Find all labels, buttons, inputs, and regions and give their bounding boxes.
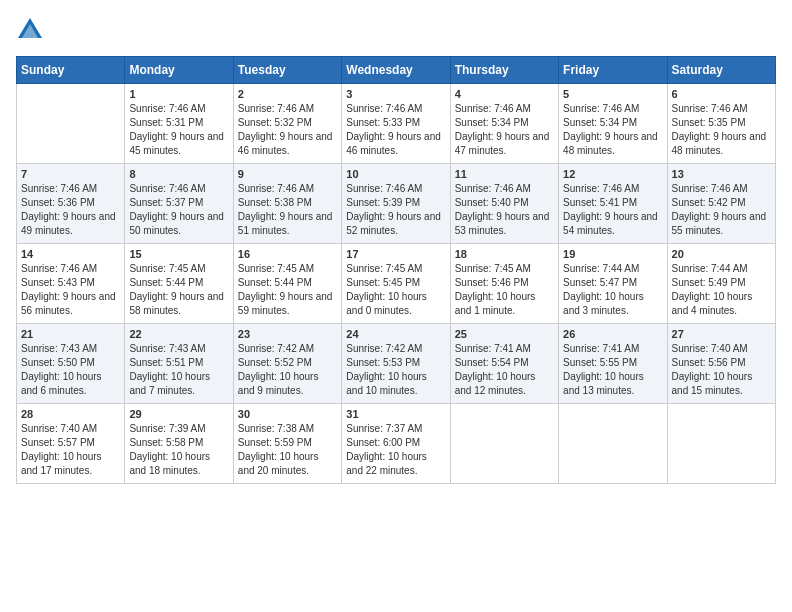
day-info: Sunrise: 7:46 AMSunset: 5:39 PMDaylight:… [346, 182, 445, 238]
day-info: Sunrise: 7:46 AMSunset: 5:40 PMDaylight:… [455, 182, 554, 238]
day-cell [17, 84, 125, 164]
day-number: 18 [455, 248, 554, 260]
day-number: 12 [563, 168, 662, 180]
day-cell: 1Sunrise: 7:46 AMSunset: 5:31 PMDaylight… [125, 84, 233, 164]
day-info: Sunrise: 7:46 AMSunset: 5:43 PMDaylight:… [21, 262, 120, 318]
header-cell-tuesday: Tuesday [233, 57, 341, 84]
header-cell-monday: Monday [125, 57, 233, 84]
day-cell: 23Sunrise: 7:42 AMSunset: 5:52 PMDayligh… [233, 324, 341, 404]
day-cell: 26Sunrise: 7:41 AMSunset: 5:55 PMDayligh… [559, 324, 667, 404]
logo [16, 16, 48, 44]
day-cell: 9Sunrise: 7:46 AMSunset: 5:38 PMDaylight… [233, 164, 341, 244]
day-info: Sunrise: 7:40 AMSunset: 5:57 PMDaylight:… [21, 422, 120, 478]
day-cell: 2Sunrise: 7:46 AMSunset: 5:32 PMDaylight… [233, 84, 341, 164]
day-info: Sunrise: 7:46 AMSunset: 5:34 PMDaylight:… [563, 102, 662, 158]
day-info: Sunrise: 7:42 AMSunset: 5:52 PMDaylight:… [238, 342, 337, 398]
day-info: Sunrise: 7:46 AMSunset: 5:31 PMDaylight:… [129, 102, 228, 158]
day-cell: 29Sunrise: 7:39 AMSunset: 5:58 PMDayligh… [125, 404, 233, 484]
header-cell-friday: Friday [559, 57, 667, 84]
day-info: Sunrise: 7:46 AMSunset: 5:33 PMDaylight:… [346, 102, 445, 158]
day-number: 30 [238, 408, 337, 420]
day-cell: 17Sunrise: 7:45 AMSunset: 5:45 PMDayligh… [342, 244, 450, 324]
day-cell: 10Sunrise: 7:46 AMSunset: 5:39 PMDayligh… [342, 164, 450, 244]
day-number: 23 [238, 328, 337, 340]
week-row-1: 7Sunrise: 7:46 AMSunset: 5:36 PMDaylight… [17, 164, 776, 244]
header-cell-wednesday: Wednesday [342, 57, 450, 84]
day-info: Sunrise: 7:37 AMSunset: 6:00 PMDaylight:… [346, 422, 445, 478]
day-number: 5 [563, 88, 662, 100]
day-info: Sunrise: 7:40 AMSunset: 5:56 PMDaylight:… [672, 342, 771, 398]
day-number: 7 [21, 168, 120, 180]
day-cell: 11Sunrise: 7:46 AMSunset: 5:40 PMDayligh… [450, 164, 558, 244]
day-number: 22 [129, 328, 228, 340]
day-cell: 14Sunrise: 7:46 AMSunset: 5:43 PMDayligh… [17, 244, 125, 324]
day-info: Sunrise: 7:46 AMSunset: 5:38 PMDaylight:… [238, 182, 337, 238]
day-info: Sunrise: 7:45 AMSunset: 5:45 PMDaylight:… [346, 262, 445, 318]
day-number: 27 [672, 328, 771, 340]
day-number: 24 [346, 328, 445, 340]
day-number: 10 [346, 168, 445, 180]
day-cell: 5Sunrise: 7:46 AMSunset: 5:34 PMDaylight… [559, 84, 667, 164]
day-info: Sunrise: 7:39 AMSunset: 5:58 PMDaylight:… [129, 422, 228, 478]
day-info: Sunrise: 7:45 AMSunset: 5:44 PMDaylight:… [129, 262, 228, 318]
day-number: 11 [455, 168, 554, 180]
day-info: Sunrise: 7:44 AMSunset: 5:49 PMDaylight:… [672, 262, 771, 318]
day-info: Sunrise: 7:45 AMSunset: 5:44 PMDaylight:… [238, 262, 337, 318]
day-cell: 25Sunrise: 7:41 AMSunset: 5:54 PMDayligh… [450, 324, 558, 404]
day-info: Sunrise: 7:43 AMSunset: 5:51 PMDaylight:… [129, 342, 228, 398]
day-info: Sunrise: 7:46 AMSunset: 5:35 PMDaylight:… [672, 102, 771, 158]
day-cell: 7Sunrise: 7:46 AMSunset: 5:36 PMDaylight… [17, 164, 125, 244]
day-number: 14 [21, 248, 120, 260]
day-number: 25 [455, 328, 554, 340]
day-info: Sunrise: 7:46 AMSunset: 5:36 PMDaylight:… [21, 182, 120, 238]
day-cell: 12Sunrise: 7:46 AMSunset: 5:41 PMDayligh… [559, 164, 667, 244]
day-info: Sunrise: 7:41 AMSunset: 5:55 PMDaylight:… [563, 342, 662, 398]
day-cell: 6Sunrise: 7:46 AMSunset: 5:35 PMDaylight… [667, 84, 775, 164]
day-cell: 16Sunrise: 7:45 AMSunset: 5:44 PMDayligh… [233, 244, 341, 324]
day-number: 29 [129, 408, 228, 420]
day-cell: 3Sunrise: 7:46 AMSunset: 5:33 PMDaylight… [342, 84, 450, 164]
day-cell [667, 404, 775, 484]
day-cell: 22Sunrise: 7:43 AMSunset: 5:51 PMDayligh… [125, 324, 233, 404]
header-cell-saturday: Saturday [667, 57, 775, 84]
day-number: 21 [21, 328, 120, 340]
day-info: Sunrise: 7:46 AMSunset: 5:34 PMDaylight:… [455, 102, 554, 158]
week-row-2: 14Sunrise: 7:46 AMSunset: 5:43 PMDayligh… [17, 244, 776, 324]
day-cell: 13Sunrise: 7:46 AMSunset: 5:42 PMDayligh… [667, 164, 775, 244]
day-info: Sunrise: 7:46 AMSunset: 5:42 PMDaylight:… [672, 182, 771, 238]
day-number: 28 [21, 408, 120, 420]
day-info: Sunrise: 7:45 AMSunset: 5:46 PMDaylight:… [455, 262, 554, 318]
header-cell-sunday: Sunday [17, 57, 125, 84]
day-number: 9 [238, 168, 337, 180]
day-cell: 20Sunrise: 7:44 AMSunset: 5:49 PMDayligh… [667, 244, 775, 324]
day-cell: 19Sunrise: 7:44 AMSunset: 5:47 PMDayligh… [559, 244, 667, 324]
day-info: Sunrise: 7:46 AMSunset: 5:32 PMDaylight:… [238, 102, 337, 158]
day-cell: 30Sunrise: 7:38 AMSunset: 5:59 PMDayligh… [233, 404, 341, 484]
day-number: 8 [129, 168, 228, 180]
logo-icon [16, 16, 44, 44]
week-row-0: 1Sunrise: 7:46 AMSunset: 5:31 PMDaylight… [17, 84, 776, 164]
day-info: Sunrise: 7:41 AMSunset: 5:54 PMDaylight:… [455, 342, 554, 398]
day-cell: 31Sunrise: 7:37 AMSunset: 6:00 PMDayligh… [342, 404, 450, 484]
day-number: 3 [346, 88, 445, 100]
day-cell [450, 404, 558, 484]
day-number: 17 [346, 248, 445, 260]
day-info: Sunrise: 7:46 AMSunset: 5:41 PMDaylight:… [563, 182, 662, 238]
day-number: 6 [672, 88, 771, 100]
day-cell: 28Sunrise: 7:40 AMSunset: 5:57 PMDayligh… [17, 404, 125, 484]
calendar-table: SundayMondayTuesdayWednesdayThursdayFrid… [16, 56, 776, 484]
day-info: Sunrise: 7:46 AMSunset: 5:37 PMDaylight:… [129, 182, 228, 238]
day-number: 2 [238, 88, 337, 100]
day-number: 16 [238, 248, 337, 260]
day-info: Sunrise: 7:44 AMSunset: 5:47 PMDaylight:… [563, 262, 662, 318]
day-cell: 4Sunrise: 7:46 AMSunset: 5:34 PMDaylight… [450, 84, 558, 164]
day-number: 1 [129, 88, 228, 100]
day-info: Sunrise: 7:38 AMSunset: 5:59 PMDaylight:… [238, 422, 337, 478]
day-info: Sunrise: 7:42 AMSunset: 5:53 PMDaylight:… [346, 342, 445, 398]
day-cell: 24Sunrise: 7:42 AMSunset: 5:53 PMDayligh… [342, 324, 450, 404]
day-cell: 15Sunrise: 7:45 AMSunset: 5:44 PMDayligh… [125, 244, 233, 324]
day-number: 26 [563, 328, 662, 340]
day-cell: 27Sunrise: 7:40 AMSunset: 5:56 PMDayligh… [667, 324, 775, 404]
day-number: 15 [129, 248, 228, 260]
header-cell-thursday: Thursday [450, 57, 558, 84]
